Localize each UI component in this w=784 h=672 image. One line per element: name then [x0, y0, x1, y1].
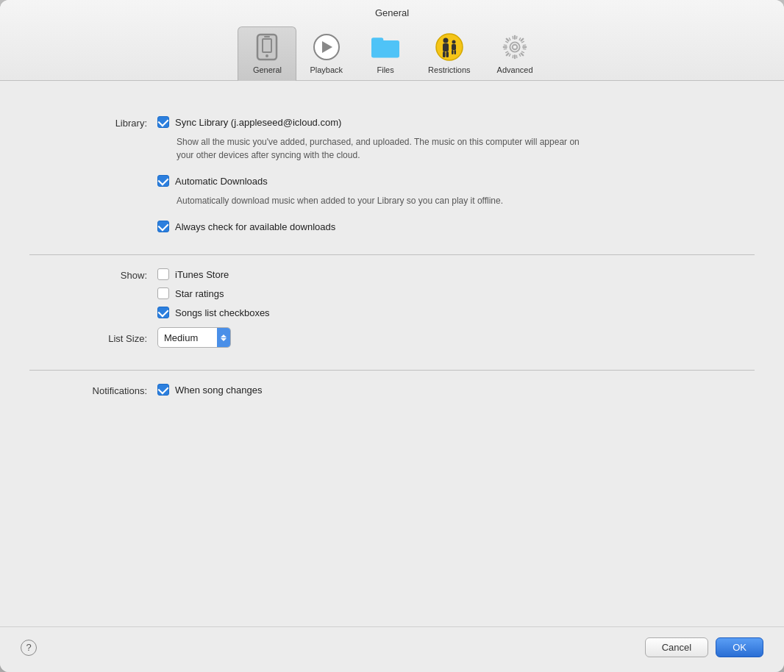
list-size-content: Medium: [157, 327, 755, 348]
svg-point-3: [266, 54, 268, 57]
star-ratings-checkbox[interactable]: [157, 287, 169, 299]
tab-advanced[interactable]: Advanced: [484, 27, 546, 80]
notifications-section: Notifications: When song changes: [29, 370, 755, 418]
sync-library-label: Sync Library (j.appleseed@icloud.com): [175, 117, 341, 128]
window-title: General: [375, 7, 409, 18]
always-check-checkbox[interactable]: [157, 221, 169, 232]
svg-rect-13: [452, 50, 454, 54]
general-icon-svg: [255, 33, 279, 61]
list-size-value: Medium: [164, 332, 198, 343]
tab-restrictions[interactable]: Restrictions: [415, 27, 483, 80]
library-section: Library: Sync Library (j.appleseed@iclou…: [29, 103, 755, 254]
ok-button[interactable]: OK: [716, 637, 763, 657]
list-size-label: List Size:: [29, 332, 147, 344]
list-size-select-wrapper: Medium: [157, 327, 755, 348]
notifications-content: When song changes: [157, 384, 755, 396]
sync-library-row: Sync Library (j.appleseed@icloud.com): [157, 116, 755, 128]
auto-downloads-label: Automatic Downloads: [175, 176, 268, 187]
restrictions-icon-svg: [435, 33, 463, 61]
show-row: Show: iTunes Store Star ratings: [29, 268, 755, 318]
tab-general-label: General: [253, 65, 282, 74]
footer: ? Cancel OK: [0, 626, 784, 672]
list-size-select[interactable]: Medium: [157, 327, 231, 348]
star-ratings-label: Star ratings: [175, 288, 224, 299]
title-bar: General General: [0, 0, 784, 81]
show-content: iTunes Store Star ratings Songs list che…: [157, 268, 755, 318]
songs-list-checkbox[interactable]: [157, 307, 169, 318]
svg-rect-9: [443, 51, 446, 57]
always-check-label: Always check for available downloads: [175, 221, 335, 232]
general-icon: [253, 33, 281, 61]
tab-advanced-label: Advanced: [497, 65, 533, 74]
svg-point-6: [436, 34, 463, 60]
library-row: Library: Sync Library (j.appleseed@iclou…: [29, 116, 755, 232]
list-size-row: List Size: Medium: [29, 327, 755, 348]
tab-restrictions-label: Restrictions: [428, 65, 470, 74]
songs-list-label: Songs list checkboxes: [175, 307, 270, 318]
when-song-changes-row: When song changes: [157, 384, 755, 396]
library-content: Sync Library (j.appleseed@icloud.com) Sh…: [157, 116, 755, 232]
svg-rect-12: [452, 44, 456, 50]
files-icon: [371, 33, 399, 61]
always-check-row: Always check for available downloads: [157, 221, 755, 232]
toolbar: General Playback Files: [223, 26, 560, 80]
files-icon-svg: [371, 34, 399, 60]
sync-library-checkbox[interactable]: [157, 116, 169, 128]
svg-rect-14: [454, 50, 456, 54]
svg-rect-2: [264, 36, 270, 37]
playback-icon: [313, 33, 341, 61]
when-song-changes-checkbox[interactable]: [157, 384, 169, 396]
footer-buttons: Cancel OK: [645, 637, 763, 657]
advanced-icon: [501, 33, 529, 61]
show-section: Show: iTunes Store Star ratings: [29, 254, 755, 370]
svg-rect-5: [371, 37, 383, 44]
notifications-label: Notifications:: [29, 384, 147, 396]
advanced-icon-svg: [502, 35, 527, 60]
arrow-down-icon: [221, 338, 227, 341]
itunes-store-row: iTunes Store: [157, 268, 755, 280]
show-label: Show:: [29, 268, 147, 281]
itunes-store-label: iTunes Store: [175, 269, 229, 280]
itunes-store-checkbox[interactable]: [157, 268, 169, 280]
svg-point-15: [513, 45, 518, 50]
svg-point-7: [443, 38, 448, 43]
content-area: Library: Sync Library (j.appleseed@iclou…: [0, 81, 784, 626]
library-label: Library:: [29, 116, 147, 129]
svg-rect-8: [443, 43, 449, 51]
tab-files-label: Files: [377, 65, 393, 74]
auto-downloads-checkbox[interactable]: [157, 175, 169, 187]
help-button[interactable]: ?: [21, 640, 37, 656]
select-arrows: [217, 328, 230, 347]
auto-downloads-description: Automatically download music when added …: [177, 194, 588, 207]
songs-list-row: Songs list checkboxes: [157, 307, 755, 318]
arrow-up-icon: [221, 335, 227, 337]
when-song-changes-label: When song changes: [175, 385, 263, 396]
star-ratings-row: Star ratings: [157, 287, 755, 299]
notifications-row: Notifications: When song changes: [29, 384, 755, 396]
tab-playback[interactable]: Playback: [296, 27, 356, 80]
svg-point-11: [452, 40, 455, 44]
playback-icon-circle: [313, 34, 340, 60]
cancel-button[interactable]: Cancel: [645, 637, 708, 657]
restrictions-icon: [435, 33, 463, 61]
tab-files[interactable]: Files: [356, 27, 415, 80]
tab-playback-label: Playback: [310, 65, 343, 74]
preferences-window: General General: [0, 0, 784, 672]
svg-rect-10: [446, 51, 449, 57]
auto-downloads-row: Automatic Downloads: [157, 175, 755, 187]
tab-general[interactable]: General: [238, 26, 296, 81]
sync-library-description: Show all the music you've added, purchas…: [177, 135, 588, 162]
